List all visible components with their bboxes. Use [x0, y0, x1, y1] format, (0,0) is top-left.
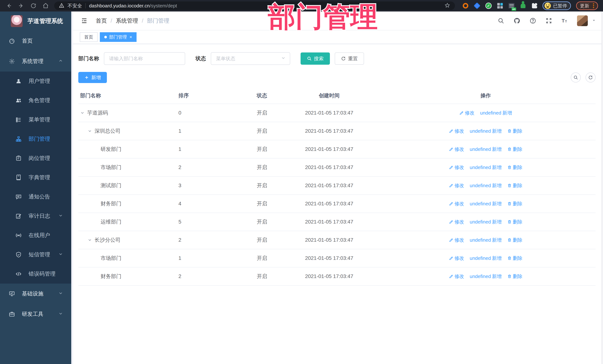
sidebar-item-部门管理[interactable]: 部门管理 [0, 129, 71, 149]
gear-icon [9, 58, 15, 65]
add-action-link[interactable]: undefined新增 [470, 128, 501, 134]
sidebar-item-研发工具[interactable]: 研发工具 [0, 304, 71, 324]
reset-button[interactable]: 重置 [335, 53, 364, 65]
delete-action-link[interactable]: 删除 [507, 128, 522, 134]
github-icon[interactable] [513, 17, 521, 24]
add-icon: undefined [470, 274, 491, 279]
url-text[interactable]: dashboard.yudao.iocoder.cn/system/dept [89, 3, 441, 9]
edit-action-link[interactable]: 修改 [449, 128, 464, 134]
refresh-button[interactable] [586, 72, 596, 82]
status-select[interactable]: 菜单状态 [211, 52, 290, 65]
reload-icon[interactable] [28, 1, 39, 10]
edit-action-link[interactable]: 修改 [449, 182, 464, 189]
expand-caret-icon[interactable] [88, 238, 92, 242]
sort-cell: 3 [177, 176, 241, 195]
edit-action-link[interactable]: 修改 [449, 200, 464, 207]
infrastructure-icon [9, 290, 15, 297]
search-button[interactable]: 搜索 [301, 53, 330, 65]
close-icon[interactable]: × [129, 35, 132, 39]
address-bar[interactable]: 不安全 dashboard.yudao.iocoder.cn/system/de… [54, 1, 455, 10]
sidebar-item-字典管理[interactable]: 字典管理 [0, 168, 71, 187]
menu-kebab-icon[interactable] [593, 3, 594, 8]
extension-gem-icon[interactable] [474, 2, 481, 9]
edit-action-link[interactable]: 修改 [449, 164, 464, 171]
add-icon: undefined [470, 165, 491, 170]
app-logo-row[interactable]: 芋道管理系统 [0, 11, 71, 31]
sidebar-item-系统管理[interactable]: 系统管理 [0, 51, 71, 72]
tab-首页[interactable]: 首页 [80, 32, 98, 42]
delete-action-link[interactable]: 删除 [507, 164, 522, 171]
delete-action-link[interactable]: 删除 [507, 237, 522, 243]
add-action-link[interactable]: undefined新增 [470, 255, 501, 262]
delete-action-link[interactable]: 删除 [507, 273, 522, 280]
app-logo [11, 15, 23, 27]
extensions-puzzle-icon[interactable] [531, 2, 538, 9]
caret-down-icon[interactable] [592, 18, 596, 23]
sidebar-item-岗位管理[interactable]: 岗位管理 [0, 149, 71, 168]
sidebar-item-错误码管理[interactable]: 错误码管理 [0, 264, 71, 284]
extension-list-icon[interactable]: on [508, 2, 515, 9]
extension-ring-icon[interactable] [462, 2, 469, 9]
search-icon[interactable] [497, 17, 505, 24]
sidebar: 芋道管理系统 首页系统管理用户管理角色管理菜单管理部门管理岗位管理字典管理通知公… [0, 11, 73, 364]
delete-action-link[interactable]: 删除 [507, 200, 522, 207]
sidebar-item-短信管理[interactable]: 短信管理 [0, 245, 71, 264]
forward-icon[interactable] [16, 1, 26, 10]
extension-check-icon[interactable]: ✓ [485, 2, 492, 9]
dept-name-cell: 财务部门 [101, 273, 121, 280]
delete-action-link[interactable]: 删除 [507, 146, 522, 153]
add-button[interactable]: 新增 [78, 72, 107, 83]
tab-部门管理[interactable]: 部门管理× [100, 32, 137, 42]
sidebar-item-菜单管理[interactable]: 菜单管理 [0, 110, 71, 129]
extension-squares-icon[interactable] [497, 2, 504, 9]
add-action-link[interactable]: undefined新增 [470, 164, 501, 171]
home-icon[interactable] [40, 1, 51, 10]
edit-action-link[interactable]: 修改 [449, 273, 464, 280]
delete-action-link[interactable]: 删除 [507, 219, 522, 225]
department-table: 部门名称 排序 状态 创建时间 操作 芋道源码0开启2021-01-05 17:… [78, 88, 596, 286]
header-dept-name: 部门名称 [78, 88, 177, 104]
add-action-link[interactable]: undefined新增 [470, 219, 501, 225]
add-action-link[interactable]: undefined新增 [470, 237, 501, 243]
filter-form: 部门名称 状态 菜单状态 搜索 重置 [78, 52, 596, 65]
sidebar-item-角色管理[interactable]: 角色管理 [0, 91, 71, 110]
window-scrollbar[interactable] [602, 11, 603, 364]
edit-action-link[interactable]: 修改 [459, 110, 475, 116]
sidebar-item-基础设施[interactable]: 基础设施 [0, 284, 71, 304]
bookmark-star-icon[interactable] [445, 3, 450, 9]
show-search-toggle-button[interactable] [571, 72, 581, 82]
help-icon[interactable] [529, 17, 537, 24]
fullscreen-icon[interactable] [545, 17, 553, 24]
delete-action-link[interactable]: 删除 [507, 182, 522, 189]
edit-action-link[interactable]: 修改 [449, 219, 464, 225]
browser-update-button[interactable]: 更新 [576, 1, 598, 10]
sidebar-item-首页[interactable]: 首页 [0, 31, 71, 51]
sidebar-item-通知公告[interactable]: 通知公告 [0, 187, 71, 207]
add-action-link[interactable]: undefined新增 [470, 200, 501, 207]
breadcrumb-item-系统管理[interactable]: 系统管理 [116, 17, 138, 25]
collapse-sidebar-icon[interactable] [80, 17, 88, 25]
security-label[interactable]: 不安全 [68, 3, 82, 9]
font-size-icon[interactable]: TT [561, 17, 568, 24]
delete-action-link[interactable]: 删除 [507, 255, 522, 262]
add-action-link[interactable]: undefined新增 [470, 182, 501, 189]
sidebar-item-用户管理[interactable]: 用户管理 [0, 72, 71, 91]
add-action-link[interactable]: undefined新增 [470, 273, 501, 280]
breadcrumb-item-首页[interactable]: 首页 [96, 17, 107, 25]
back-icon[interactable] [4, 1, 14, 10]
sidebar-item-审计日志[interactable]: 审计日志 [0, 207, 71, 226]
dept-name-input[interactable] [104, 52, 185, 65]
expand-caret-icon[interactable] [80, 111, 85, 115]
edit-action-link[interactable]: 修改 [449, 255, 464, 262]
online-users-icon [15, 232, 22, 239]
sidebar-item-label: 通知公告 [29, 193, 50, 200]
extension-person-icon[interactable] [520, 2, 527, 9]
edit-action-link[interactable]: 修改 [449, 237, 464, 243]
add-action-link[interactable]: undefined新增 [480, 110, 512, 116]
edit-action-link[interactable]: 修改 [449, 146, 464, 153]
user-avatar[interactable] [577, 15, 588, 26]
profile-chip[interactable]: 已暂停 [543, 1, 571, 10]
sidebar-item-在线用户[interactable]: 在线用户 [0, 226, 71, 245]
expand-caret-icon[interactable] [88, 129, 92, 133]
add-action-link[interactable]: undefined新增 [470, 146, 501, 153]
